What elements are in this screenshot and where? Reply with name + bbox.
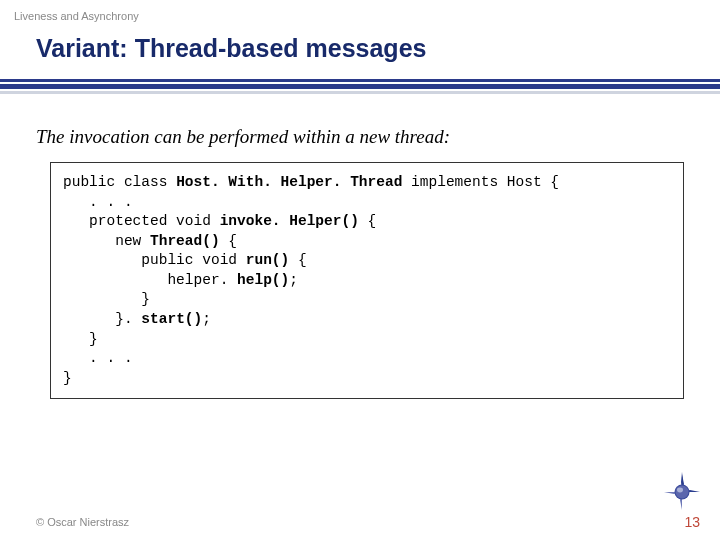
code-line: } [63,370,72,386]
code-line: } [63,291,150,307]
code-line: protected void invoke. Helper() { [63,213,376,229]
code-line: } [63,331,98,347]
code-line: }. start(); [63,311,211,327]
svg-point-10 [676,486,689,499]
code-line: public class Host. With. Helper. Thread … [63,174,559,190]
slide-title: Variant: Thread-based messages [0,22,720,71]
code-line: helper. help(); [63,272,298,288]
page-number: 13 [684,514,700,530]
code-line: . . . [63,194,133,210]
title-rule [0,79,720,94]
body-text: The invocation can be performed within a… [0,94,720,148]
sun-icon [662,472,702,512]
slide-topic: Liveness and Asynchrony [0,0,720,22]
code-line: new Thread() { [63,233,237,249]
code-block: public class Host. With. Helper. Thread … [50,162,684,399]
svg-point-11 [677,488,683,493]
code-line: public void run() { [63,252,307,268]
code-line: . . . [63,350,133,366]
footer-copyright: © Oscar Nierstrasz [36,516,129,528]
